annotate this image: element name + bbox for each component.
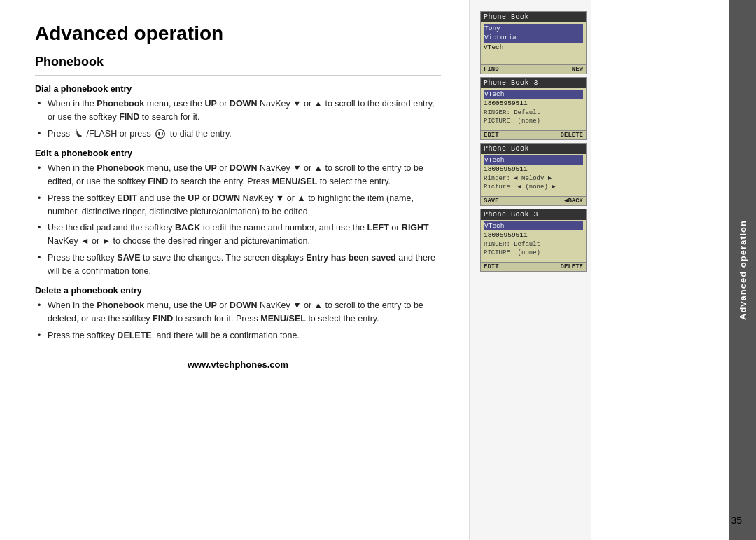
page-number: 35 [731,515,742,526]
phone-screen-body-screen2: VTech18005959511RINGER: DefaultPICTURE: … [481,88,586,130]
phone-screen-screen4: Phone Book 3VTech18005959511RINGER: Defa… [480,209,587,272]
subsection-title-delete: Delete a phonebook entry [35,286,441,296]
bullet-item-dial-0: When in the Phonebook menu, use the UP o… [35,97,441,124]
phone-screen-footer-screen2: EDITDELETE [481,130,586,139]
main-content: Advanced operation Phonebook Dial a phon… [0,0,469,540]
phone-screen-footer-right-screen2: DELETE [561,132,583,139]
phone-screen-footer-left-screen4: EDIT [484,263,499,270]
page-title: Advanced operation [35,22,441,45]
bullet-item-dial-1: Press /FLASH or press to dial the entry. [35,127,441,141]
phone-screen-header-screen4: Phone Book 3 [481,209,586,220]
phone-screen-row-screen3-2: Ringer: ◄ Melody ► [484,174,583,184]
subsection-title-edit: Edit a phonebook entry [35,148,441,158]
phone-screen-footer-screen4: EDITDELETE [481,262,586,271]
bullet-item-edit-2: Use the dial pad and the softkey BACK to… [35,221,441,248]
phone-screen-footer-screen3: SAVE◄BACK [481,196,586,205]
bullet-list-edit: When in the Phonebook menu, use the UP o… [35,162,441,277]
phone-screen-row-screen2-1: 18005959511 [484,99,583,108]
subsection-title-dial: Dial a phonebook entry [35,84,441,94]
phone-screen-body-screen1: TonyVictoriaVTech [481,22,586,64]
bullet-list-delete: When in the Phonebook menu, use the UP o… [35,299,441,342]
phone-screen-row-screen4-3: RINGER: Default [484,240,583,249]
bullet-item-edit-1: Press the softkey EDIT and use the UP or… [35,192,441,219]
bullet-item-edit-3: Press the softkey SAVE to save the chang… [35,251,441,278]
phone-screen-footer-left-screen1: FIND [484,66,499,73]
phone-screen-footer-left-screen2: EDIT [484,132,499,139]
phone-screen-row-screen2-4: PICTURE: (none) [484,117,583,126]
phone-screen-row-screen3-0: VTech [484,155,583,165]
phone-screen-screen1: Phone BookTonyVictoriaVTechFINDNEW [480,11,587,74]
phone-screen-header-screen2: Phone Book 3 [481,78,586,88]
phone-screen-footer-left-screen3: SAVE [484,198,499,205]
phone-screen-row-screen3-1: 18005959511 [484,165,583,174]
phone-screen-footer-right-screen3: ◄BACK [564,198,583,205]
bullet-item-delete-0: When in the Phonebook menu, use the UP o… [35,299,441,326]
side-tab: Advanced operation [729,0,756,540]
phone-screen-footer-screen1: FINDNEW [481,64,586,74]
phone-screen-body-screen4: VTech18005959511RINGER: DefaultPICTURE: … [481,220,586,262]
phone-screen-footer-right-screen4: DELETE [561,263,583,270]
phone-screen-row-screen4-4: PICTURE: (none) [484,249,583,258]
phone-screen-body-screen3: VTech18005959511Ringer: ◄ Melody ►Pictur… [481,154,586,196]
phone-screen-row-screen2-3: RINGER: Default [484,109,583,118]
phone-screen-row-screen4-1: 18005959511 [484,230,583,240]
phone-screen-screen2: Phone Book 3VTech18005959511RINGER: Defa… [480,77,587,140]
divider [35,75,441,76]
subsections-container: Dial a phonebook entryWhen in the Phoneb… [35,84,441,342]
bullet-item-delete-1: Press the softkey DELETE, and there will… [35,329,441,342]
footer-url: www.vtechphones.com [35,359,441,370]
bullet-list-dial: When in the Phonebook menu, use the UP o… [35,97,441,140]
phone-screen-screen3: Phone BookVTech18005959511Ringer: ◄ Melo… [480,143,587,206]
phone-screen-row-screen1-0: Tony [484,24,583,33]
phone-screen-row-screen3-3: Picture: ◄ (none) ► [484,183,583,192]
side-tab-label: Advanced operation [738,220,748,320]
phone-screen-row-screen1-2: VTech [484,43,583,52]
page-container: Advanced operation Phonebook Dial a phon… [0,0,756,540]
phone-screen-footer-right-screen1: NEW [572,66,583,73]
phone-screen-row-screen2-0: VTech [484,90,583,99]
right-panel: Phone BookTonyVictoriaVTechFINDNEWPhone … [469,0,592,540]
phone-screen-row-screen4-0: VTech [484,221,583,230]
phone-screen-header-screen3: Phone Book [481,144,586,154]
phone-screen-header-screen1: Phone Book [481,12,586,22]
phone-screen-row-screen1-1: Victoria [484,33,583,42]
bullet-item-edit-0: When in the Phonebook menu, use the UP o… [35,162,441,188]
section-title: Phonebook [35,55,441,69]
